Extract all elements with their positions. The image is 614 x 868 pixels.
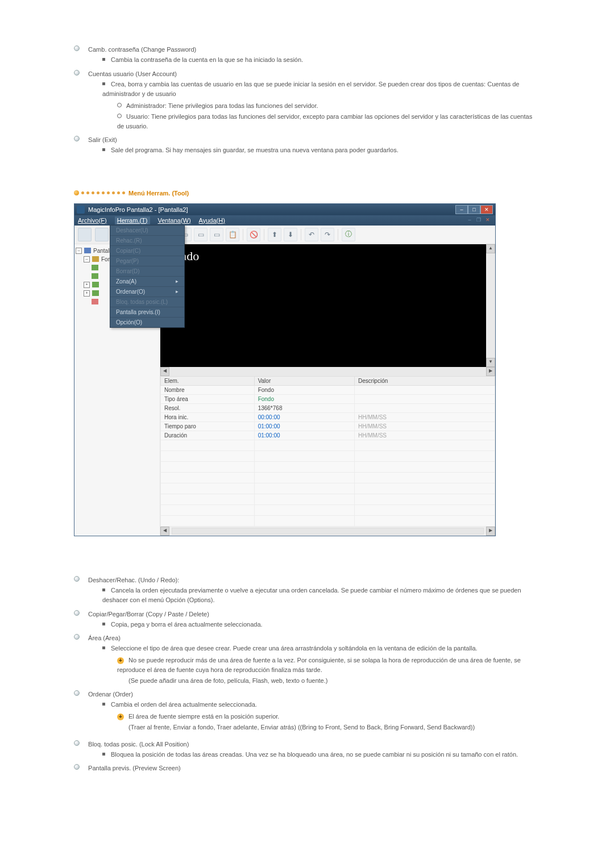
canvas-area[interactable]: Fondo xyxy=(160,244,486,367)
properties-hscrollbar[interactable]: ◀ ▶ xyxy=(160,527,495,536)
menu-tool[interactable]: Herram.(T) xyxy=(115,216,150,224)
tree-expand-icon[interactable]: + xyxy=(84,290,90,297)
bullet-square-icon xyxy=(102,148,105,151)
bullet-square-icon xyxy=(102,623,105,625)
bullet-icon xyxy=(74,576,80,582)
lower-item-title: Bloq. todas posic. (Lock All Position) xyxy=(88,741,189,748)
folder-icon xyxy=(92,256,99,262)
menu-item-option[interactable]: Opción(O) xyxy=(110,318,184,327)
plus-icon: + xyxy=(117,657,124,664)
left-tool-icon[interactable] xyxy=(95,228,109,241)
bullet-icon xyxy=(74,690,80,696)
intro-item-title: Camb. contraseña (Change Password) xyxy=(88,46,196,53)
menu-item-copy[interactable]: Copiar(C) xyxy=(110,246,184,256)
table-row[interactable]: Hora inic.00:00:00HH/MM/SS xyxy=(161,412,495,422)
lower-list: Deshacer/Rehac. (Undo / Redo): Cancela l… xyxy=(74,576,540,772)
bullet-icon xyxy=(74,634,80,640)
prop-item: Hora inic. xyxy=(161,412,255,422)
maximize-button[interactable]: □ xyxy=(468,205,480,214)
toolbar-icon[interactable]: 📋 xyxy=(226,228,239,241)
prop-item: Tipo área xyxy=(161,394,255,403)
tree-expand-icon[interactable]: + xyxy=(84,282,90,288)
prop-value: 1366*768 xyxy=(254,403,354,412)
toolbar-icon[interactable]: ▭ xyxy=(210,228,223,241)
lower-item-title: Ordenar (Order) xyxy=(88,691,133,698)
scroll-up-icon[interactable]: ▲ xyxy=(486,244,495,253)
scroll-down-icon[interactable]: ▼ xyxy=(486,358,495,367)
toolbar-send-back-icon[interactable]: ⬇ xyxy=(284,228,297,241)
bullet-ring-icon xyxy=(117,114,122,118)
prop-item: Resol. xyxy=(161,403,255,412)
table-row[interactable]: NombreFondo xyxy=(161,385,495,394)
toolbar-separator xyxy=(338,229,338,240)
doc-restore-button[interactable]: ❐ xyxy=(475,217,483,224)
toolbar-bring-front-icon[interactable]: ⬆ xyxy=(268,228,281,241)
doc-close-button[interactable]: ✕ xyxy=(484,217,492,224)
menu-item-undo[interactable]: Deshacer(U) xyxy=(110,226,184,236)
menu-item-redo[interactable]: Rehac.(R) xyxy=(110,236,184,246)
intro-item-subsub: Usuario: Tiene privilegios para todas la… xyxy=(117,113,532,130)
toolbar-icon[interactable]: 🚫 xyxy=(247,228,260,241)
minimize-button[interactable]: – xyxy=(455,205,468,214)
canvas-hscrollbar[interactable]: ◀ ▶ xyxy=(160,367,495,376)
left-tool-icon[interactable] xyxy=(78,228,92,241)
lower-item-title: Copiar/Pegar/Borrar (Copy / Paste / Dele… xyxy=(88,611,209,617)
bullet-square-icon xyxy=(102,58,105,61)
menu-item-preview[interactable]: Pantalla previs.(I) xyxy=(110,307,184,318)
screen-icon xyxy=(84,248,91,253)
menu-item-delete[interactable]: Borrar(D) xyxy=(110,266,184,277)
lower-item-plus-cont: (Traer al frente, Enviar a fondo, Traer … xyxy=(128,724,475,731)
prop-item: Nombre xyxy=(161,385,255,394)
intro-item-title: Salir (Exit) xyxy=(88,136,117,143)
menu-item-order[interactable]: Ordenar(O) xyxy=(110,287,184,297)
menu-item-lock[interactable]: Bloq. todas posic.(L) xyxy=(110,297,184,307)
lower-item-sub: Copia, pega y borra el área actualmente … xyxy=(111,621,263,628)
intro-item-subsub: Administrador: Tiene privilegios para to… xyxy=(126,102,318,109)
toolbar-icon[interactable]: ▭ xyxy=(194,228,208,241)
section-dots-icon xyxy=(74,190,125,195)
toolbar-undo-icon[interactable]: ↶ xyxy=(305,228,318,241)
table-row[interactable]: Tipo áreaFondo xyxy=(161,394,495,403)
bullet-square-icon xyxy=(102,703,105,706)
table-row[interactable]: Resol.1366*768 xyxy=(161,403,495,412)
app-window: MagicInfoPro Pantalla2 - [Pantalla2] – □… xyxy=(74,203,496,536)
canvas-vscrollbar[interactable]: ▲ ▼ xyxy=(486,244,495,367)
scroll-right-icon[interactable]: ▶ xyxy=(486,527,495,536)
table-row[interactable]: Tiempo paro01:00:00HH/MM/SS xyxy=(161,422,495,431)
window-title: MagicInfoPro Pantalla2 - [Pantalla2] xyxy=(88,206,188,213)
lower-item-title: Deshacer/Rehac. (Undo / Redo): xyxy=(88,577,179,583)
prop-desc: HH/MM/SS xyxy=(355,431,495,440)
lower-item-plus: El área de fuente siempre está en la pos… xyxy=(128,713,279,720)
lower-item-sub: Bloquea la posición de todas las áreas c… xyxy=(111,751,518,758)
scroll-left-icon[interactable]: ◀ xyxy=(160,367,169,376)
scroll-right-icon[interactable]: ▶ xyxy=(486,367,495,376)
bullet-icon xyxy=(74,764,80,770)
col-value: Valor xyxy=(254,376,354,385)
toolbar-redo-icon[interactable]: ↷ xyxy=(321,228,334,241)
menu-help[interactable]: Ayuda(H) xyxy=(199,217,225,224)
close-button[interactable]: ✕ xyxy=(480,205,493,214)
table-row[interactable]: Duración01:00:00HH/MM/SS xyxy=(161,431,495,440)
bullet-square-icon xyxy=(102,646,105,649)
toolbar-separator xyxy=(301,229,301,240)
node-icon xyxy=(92,273,98,279)
prop-value: Fondo xyxy=(254,394,354,403)
toolbar-info-icon[interactable]: ⓘ xyxy=(342,228,355,241)
scroll-left-icon[interactable]: ◀ xyxy=(160,527,169,536)
menu-file[interactable]: Archivo(F) xyxy=(78,217,107,224)
col-desc: Descripción xyxy=(355,376,495,385)
intro-item-title: Cuentas usuario (User Account) xyxy=(88,70,177,77)
intro-item-sub: Cambia la contraseña de la cuenta en la … xyxy=(111,56,303,63)
col-item: Elem. xyxy=(161,376,255,385)
bullet-icon xyxy=(74,136,80,141)
properties-table: Elem. Valor Descripción NombreFondoTipo … xyxy=(160,376,495,527)
doc-minimize-button[interactable]: – xyxy=(466,217,474,224)
menu-item-zone[interactable]: Zona(A) xyxy=(110,277,184,287)
app-icon xyxy=(77,206,85,214)
tool-menu-dropdown: Deshacer(U) Rehac.(R) Copiar(C) Pegar(P)… xyxy=(110,225,185,328)
tree-collapse-icon[interactable]: – xyxy=(76,248,82,254)
menu-item-paste[interactable]: Pegar(P) xyxy=(110,256,184,266)
menu-window[interactable]: Ventana(W) xyxy=(158,217,191,224)
bullet-icon xyxy=(74,70,80,76)
tree-collapse-icon[interactable]: – xyxy=(84,256,90,262)
